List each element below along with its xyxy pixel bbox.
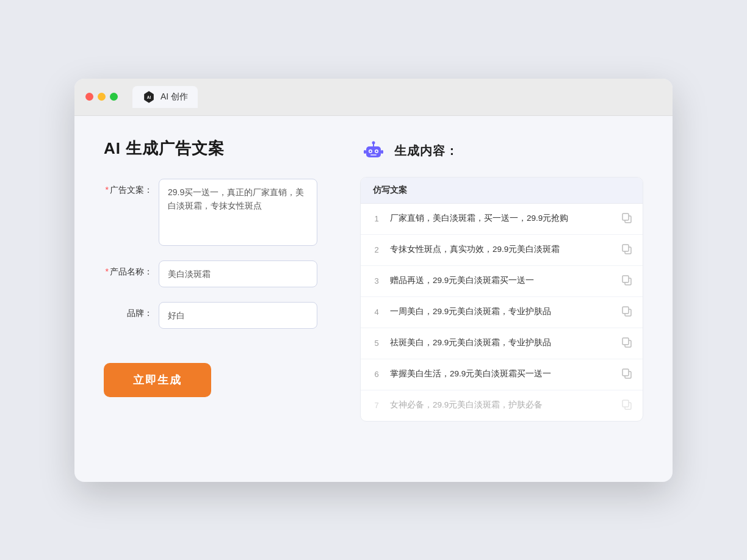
form-group-product-name: *产品名称： <box>104 260 336 287</box>
row-text: 女神必备，29.9元美白淡斑霜，护肤必备 <box>390 399 613 411</box>
result-row: 4一周美白，29.9元美白淡斑霜，专业护肤品 <box>361 297 643 328</box>
result-row: 3赠品再送，29.9元美白淡斑霜买一送一 <box>361 266 643 297</box>
row-number: 2 <box>370 245 383 254</box>
row-text: 一周美白，29.9元美白淡斑霜，专业护肤品 <box>390 306 613 318</box>
tab-label: AI 创作 <box>161 92 188 102</box>
svg-rect-15 <box>622 245 629 251</box>
ad-copy-textarea[interactable] <box>159 179 317 246</box>
svg-rect-17 <box>622 276 629 282</box>
page-title: AI 生成广告文案 <box>104 138 336 159</box>
svg-point-6 <box>376 150 378 152</box>
product-name-label: *产品名称： <box>104 260 153 278</box>
ad-copy-label: *广告文案： <box>104 179 153 196</box>
copy-icon[interactable] <box>621 336 633 351</box>
result-row: 7女神必备，29.9元美白淡斑霜，护肤必备 <box>361 390 643 421</box>
svg-rect-2 <box>366 146 381 157</box>
result-table: 仿写文案 1厂家直销，美白淡斑霜，买一送一，29.9元抢购2专抹女性斑点，真实功… <box>360 177 643 422</box>
generate-button[interactable]: 立即生成 <box>104 363 211 397</box>
svg-rect-19 <box>622 307 629 314</box>
row-number: 4 <box>370 307 383 317</box>
row-number: 1 <box>370 214 383 223</box>
copy-icon[interactable] <box>621 212 633 226</box>
svg-rect-7 <box>370 154 377 156</box>
titlebar: AI AI 创作 <box>74 79 673 116</box>
browser-window: AI AI 创作 AI 生成广告文案 *广告文案： *产品名称： <box>74 79 673 482</box>
minimize-button[interactable] <box>98 93 106 101</box>
brand-input[interactable] <box>159 302 317 329</box>
result-table-header: 仿写文案 <box>361 178 643 204</box>
maximize-button[interactable] <box>110 93 118 101</box>
svg-text:AI: AI <box>147 95 151 99</box>
svg-rect-10 <box>364 150 366 154</box>
required-star-product: * <box>106 267 109 276</box>
result-row: 1厂家直销，美白淡斑霜，买一送一，29.9元抢购 <box>361 204 643 235</box>
result-rows-container: 1厂家直销，美白淡斑霜，买一送一，29.9元抢购2专抹女性斑点，真实功效，29.… <box>361 204 643 421</box>
copy-icon[interactable] <box>621 398 633 413</box>
row-number: 3 <box>370 276 383 285</box>
left-panel: AI 生成广告文案 *广告文案： *产品名称： 品牌： 立 <box>104 138 336 453</box>
copy-icon[interactable] <box>621 367 633 382</box>
form-group-ad-copy: *广告文案： <box>104 179 336 246</box>
copy-icon[interactable] <box>621 243 633 257</box>
result-row: 6掌握美白生活，29.9元美白淡斑霜买一送一 <box>361 359 643 390</box>
row-number: 7 <box>370 401 383 410</box>
row-text: 掌握美白生活，29.9元美白淡斑霜买一送一 <box>390 368 613 380</box>
result-row: 2专抹女性斑点，真实功效，29.9元美白淡斑霜 <box>361 235 643 266</box>
ai-tab-icon: AI <box>142 90 156 104</box>
svg-point-5 <box>370 150 372 152</box>
row-number: 6 <box>370 370 383 379</box>
result-row: 5祛斑美白，29.9元美白淡斑霜，专业护肤品 <box>361 328 643 359</box>
product-name-input[interactable] <box>159 260 317 287</box>
svg-rect-11 <box>381 150 383 154</box>
svg-rect-23 <box>622 369 629 376</box>
svg-rect-25 <box>622 400 629 407</box>
result-title: 生成内容： <box>394 143 458 159</box>
right-panel: 生成内容： 仿写文案 1厂家直销，美白淡斑霜，买一送一，29.9元抢购2专抹女性… <box>360 138 643 453</box>
svg-rect-21 <box>622 338 629 345</box>
robot-icon <box>360 138 387 165</box>
copy-icon[interactable] <box>621 305 633 320</box>
copy-icon[interactable] <box>621 274 633 289</box>
form-group-brand: 品牌： <box>104 302 336 329</box>
row-number: 5 <box>370 339 383 348</box>
svg-rect-13 <box>622 214 629 220</box>
row-text: 赠品再送，29.9元美白淡斑霜买一送一 <box>390 275 613 287</box>
traffic-lights <box>85 93 118 101</box>
row-text: 祛斑美白，29.9元美白淡斑霜，专业护肤品 <box>390 337 613 349</box>
row-text: 专抹女性斑点，真实功效，29.9元美白淡斑霜 <box>390 243 613 256</box>
close-button[interactable] <box>85 93 93 101</box>
tab-ai-creation[interactable]: AI AI 创作 <box>132 86 198 108</box>
row-text: 厂家直销，美白淡斑霜，买一送一，29.9元抢购 <box>390 212 613 224</box>
brand-label: 品牌： <box>104 302 153 319</box>
required-star-ad: * <box>106 185 109 195</box>
svg-point-9 <box>372 141 375 144</box>
result-header: 生成内容： <box>360 138 643 165</box>
browser-content: AI 生成广告文案 *广告文案： *产品名称： 品牌： 立 <box>74 116 673 482</box>
